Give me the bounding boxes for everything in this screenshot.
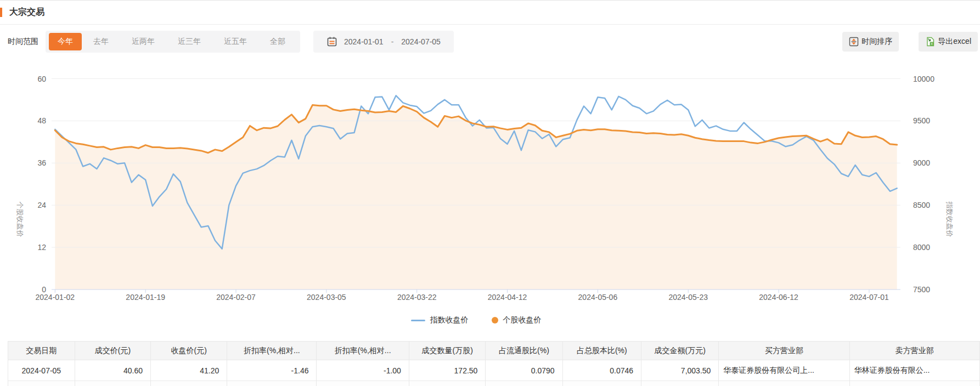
range-option-去年[interactable]: 去年: [82, 33, 120, 50]
column-header: 收盘价(元): [151, 342, 227, 360]
x-axis-tick-label: 2024-03-22: [397, 293, 437, 302]
table-cell: 0.0746: [562, 360, 641, 381]
block-trade-page: 大宗交易 时间范围 今年去年近两年近三年近五年全部 2024-01-01 - 2…: [0, 0, 980, 386]
chart-area-fill: [55, 105, 897, 290]
table-cell: 华泰证券股份有限公司上...: [719, 360, 849, 381]
column-header: 成交价(元): [75, 342, 150, 360]
price-chart: 0122436486075008000850090009500100002024…: [0, 55, 980, 331]
column-header: 折扣率(%,相对...: [227, 342, 317, 360]
table-cell: 华林证券股份有限公...: [849, 360, 979, 381]
calendar-icon: [326, 36, 337, 47]
legend-item-stock[interactable]: 个股收盘价: [492, 315, 542, 325]
left-axis-tick-label: 60: [37, 75, 46, 83]
legend-index-label: 指数收盘价: [430, 315, 469, 325]
table-cell: [75, 381, 150, 386]
x-axis-tick-label: 2024-01-02: [36, 293, 75, 302]
table-cell: [151, 381, 227, 386]
table-cell: 172.50: [409, 360, 485, 381]
date-range-picker[interactable]: 2024-01-01 - 2024-07-05: [313, 31, 454, 53]
legend-dot-glyph: [492, 317, 498, 323]
trades-table-wrap: 交易日期成交价(元)收盘价(元)折扣率(%,相对...折扣率(%,相对...成交…: [8, 341, 980, 386]
column-header: 折扣率(%,相对...: [317, 342, 409, 360]
table-cell: -1.46: [227, 360, 317, 381]
table-cell: [719, 381, 849, 386]
date-end[interactable]: 2024-07-05: [401, 37, 441, 46]
table-row-partial[interactable]: [8, 381, 980, 386]
table-cell: -1.00: [317, 360, 409, 381]
table-cell: [317, 381, 409, 386]
table-cell: [641, 381, 719, 386]
page-title: 大宗交易: [9, 7, 44, 18]
column-header: 成交金额(万元): [641, 342, 719, 360]
range-option-今年[interactable]: 今年: [49, 33, 82, 50]
left-axis-tick-label: 36: [37, 158, 46, 167]
trades-table: 交易日期成交价(元)收盘价(元)折扣率(%,相对...折扣率(%,相对...成交…: [8, 341, 980, 386]
range-option-近两年[interactable]: 近两年: [120, 33, 166, 50]
table-cell: [486, 381, 562, 386]
table-row[interactable]: 2024-07-0540.6041.20-1.46-1.00172.500.07…: [8, 360, 980, 381]
legend-line-glyph: [411, 320, 425, 321]
right-axis-tick-label: 9500: [913, 116, 930, 125]
date-start[interactable]: 2024-01-01: [344, 37, 384, 46]
export-button-label: 导出excel: [938, 37, 971, 47]
table-cell: [849, 381, 979, 386]
controls-row: 时间范围 今年去年近两年近三年近五年全部 2024-01-01 - 2024-0…: [8, 31, 978, 53]
date-separator: -: [391, 37, 394, 46]
legend-item-index[interactable]: 指数收盘价: [411, 315, 469, 325]
table-header-row: 交易日期成交价(元)收盘价(元)折扣率(%,相对...折扣率(%,相对...成交…: [8, 342, 980, 360]
x-axis-tick-label: 2024-03-05: [307, 293, 346, 302]
table-cell: [8, 381, 75, 386]
x-axis-tick-label: 2024-01-19: [126, 293, 165, 302]
table-cell: 40.60: [75, 360, 150, 381]
column-header: 占总股本比(%): [562, 342, 641, 360]
x-axis-tick-label: 2024-05-23: [668, 293, 708, 302]
x-axis-tick-label: 2024-04-12: [488, 293, 527, 302]
chart-canvas[interactable]: 0122436486075008000850090009500100002024…: [0, 55, 980, 307]
table-cell: 2024-07-05: [8, 360, 75, 381]
left-axis-tick-label: 12: [37, 243, 46, 252]
right-axis-tick-label: 7500: [913, 285, 930, 294]
x-axis-tick-label: 2024-02-07: [216, 293, 256, 302]
toolbar-buttons: 时间排序 x 导出excel: [842, 32, 978, 52]
right-axis-tick-label: 8500: [913, 201, 930, 209]
sort-icon: [849, 37, 859, 47]
x-axis-tick-label: 2024-06-12: [759, 293, 798, 302]
table-cell: [227, 381, 317, 386]
right-axis-tick-label: 8000: [913, 243, 930, 252]
time-range-group: 今年去年近两年近三年近五年全部: [46, 31, 300, 53]
table-cell: 41.20: [151, 360, 227, 381]
legend-stock-label: 个股收盘价: [503, 315, 542, 325]
export-excel-button[interactable]: x 导出excel: [919, 32, 978, 52]
column-header: 成交数量(万股): [409, 342, 485, 360]
chart-legend: 指数收盘价 个股收盘价: [52, 314, 900, 327]
time-range-label: 时间范围: [8, 37, 38, 47]
x-axis-tick-label: 2024-05-06: [578, 293, 618, 302]
column-header: 占流通股比(%): [486, 342, 562, 360]
range-option-近三年[interactable]: 近三年: [166, 33, 212, 50]
table-cell: 0.0790: [486, 360, 562, 381]
left-axis-tick-label: 48: [37, 116, 46, 125]
excel-icon: x: [925, 37, 935, 47]
title-accent-bar: [0, 8, 2, 17]
table-cell: [562, 381, 641, 386]
title-bar: 大宗交易: [0, 0, 980, 25]
sort-by-time-button[interactable]: 时间排序: [842, 32, 899, 52]
table-cell: 7,003.50: [641, 360, 719, 381]
left-axis-tick-label: 24: [37, 201, 46, 209]
right-axis-tick-label: 9000: [913, 158, 930, 167]
table-cell: [409, 381, 485, 386]
column-header: 交易日期: [8, 342, 75, 360]
sort-button-label: 时间排序: [861, 37, 892, 47]
x-axis-tick-label: 2024-07-01: [849, 293, 889, 302]
column-header: 买方营业部: [719, 342, 849, 360]
right-axis-tick-label: 10000: [913, 75, 934, 83]
range-option-近五年[interactable]: 近五年: [212, 33, 258, 50]
range-option-全部[interactable]: 全部: [258, 33, 297, 50]
column-header: 卖方营业部: [849, 342, 979, 360]
